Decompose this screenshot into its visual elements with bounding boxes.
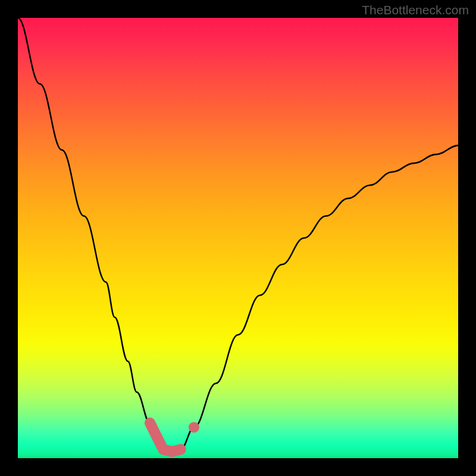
curve-marker-segment [150,423,181,452]
curve-marker-dot [189,422,199,433]
bottleneck-curve-line [18,18,458,452]
chart-background [18,18,458,458]
bottleneck-curve-chart [18,18,458,458]
watermark-text: TheBottleneck.com [362,3,469,17]
